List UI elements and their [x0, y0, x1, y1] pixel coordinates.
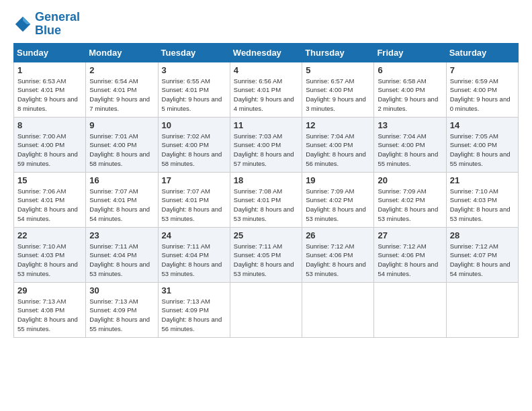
- calendar-cell: 26Sunrise: 7:12 AM Sunset: 4:06 PM Dayli…: [302, 227, 374, 282]
- day-info: Sunrise: 6:55 AM Sunset: 4:01 PM Dayligh…: [162, 77, 226, 113]
- weekday-header-row: SundayMondayTuesdayWednesdayThursdayFrid…: [14, 43, 519, 62]
- day-number: 17: [162, 175, 226, 185]
- week-row-2: 8Sunrise: 7:00 AM Sunset: 4:00 PM Daylig…: [14, 117, 519, 172]
- calendar-cell: 10Sunrise: 7:02 AM Sunset: 4:00 PM Dayli…: [158, 117, 230, 172]
- calendar-cell: 25Sunrise: 7:11 AM Sunset: 4:05 PM Dayli…: [230, 227, 302, 282]
- day-info: Sunrise: 7:08 AM Sunset: 4:01 PM Dayligh…: [234, 187, 298, 224]
- day-info: Sunrise: 7:04 AM Sunset: 4:00 PM Dayligh…: [306, 132, 370, 169]
- weekday-header-wednesday: Wednesday: [230, 43, 302, 62]
- day-number: 11: [234, 120, 298, 130]
- day-number: 22: [17, 230, 82, 240]
- week-row-5: 29Sunrise: 7:13 AM Sunset: 4:08 PM Dayli…: [14, 282, 519, 337]
- day-info: Sunrise: 7:11 AM Sunset: 4:04 PM Dayligh…: [162, 242, 226, 279]
- page-container: General Blue SundayMondayTuesdayWednesda…: [0, 0, 532, 345]
- day-number: 30: [89, 285, 154, 295]
- calendar-cell: 13Sunrise: 7:04 AM Sunset: 4:00 PM Dayli…: [374, 117, 446, 172]
- day-number: 15: [17, 175, 82, 185]
- calendar-cell: 3Sunrise: 6:55 AM Sunset: 4:01 PM Daylig…: [158, 62, 230, 117]
- day-number: 8: [17, 120, 82, 130]
- day-number: 24: [162, 230, 226, 240]
- day-number: 18: [234, 175, 298, 185]
- day-number: 20: [378, 175, 442, 185]
- calendar-cell: 31Sunrise: 7:13 AM Sunset: 4:09 PM Dayli…: [158, 282, 230, 337]
- calendar-cell: 8Sunrise: 7:00 AM Sunset: 4:00 PM Daylig…: [14, 117, 86, 172]
- day-number: 14: [450, 120, 515, 130]
- calendar-cell: 28Sunrise: 7:12 AM Sunset: 4:07 PM Dayli…: [446, 227, 518, 282]
- day-info: Sunrise: 6:58 AM Sunset: 4:00 PM Dayligh…: [378, 77, 442, 113]
- day-number: 31: [162, 285, 226, 295]
- calendar-cell: 7Sunrise: 6:59 AM Sunset: 4:00 PM Daylig…: [446, 62, 518, 117]
- calendar-table: SundayMondayTuesdayWednesdayThursdayFrid…: [13, 43, 519, 338]
- day-info: Sunrise: 7:11 AM Sunset: 4:05 PM Dayligh…: [234, 242, 298, 279]
- calendar-cell: 24Sunrise: 7:11 AM Sunset: 4:04 PM Dayli…: [158, 227, 230, 282]
- calendar-cell: [230, 282, 302, 337]
- weekday-header-monday: Monday: [86, 43, 158, 62]
- day-info: Sunrise: 7:07 AM Sunset: 4:01 PM Dayligh…: [89, 187, 154, 224]
- day-info: Sunrise: 7:13 AM Sunset: 4:08 PM Dayligh…: [17, 297, 82, 334]
- day-number: 28: [450, 230, 515, 240]
- day-number: 3: [162, 65, 226, 75]
- calendar-cell: 21Sunrise: 7:10 AM Sunset: 4:03 PM Dayli…: [446, 172, 518, 227]
- day-info: Sunrise: 7:00 AM Sunset: 4:00 PM Dayligh…: [17, 132, 82, 169]
- day-info: Sunrise: 7:11 AM Sunset: 4:04 PM Dayligh…: [89, 242, 154, 279]
- day-number: 12: [306, 120, 370, 130]
- day-number: 23: [89, 230, 154, 240]
- week-row-3: 15Sunrise: 7:06 AM Sunset: 4:01 PM Dayli…: [14, 172, 519, 227]
- weekday-header-friday: Friday: [374, 43, 446, 62]
- calendar-cell: 12Sunrise: 7:04 AM Sunset: 4:00 PM Dayli…: [302, 117, 374, 172]
- calendar-cell: 29Sunrise: 7:13 AM Sunset: 4:08 PM Dayli…: [14, 282, 86, 337]
- weekday-header-thursday: Thursday: [302, 43, 374, 62]
- logo-text: General Blue: [35, 11, 80, 38]
- day-number: 13: [378, 120, 442, 130]
- calendar-cell: 22Sunrise: 7:10 AM Sunset: 4:03 PM Dayli…: [14, 227, 86, 282]
- calendar-cell: 14Sunrise: 7:05 AM Sunset: 4:00 PM Dayli…: [446, 117, 518, 172]
- day-number: 2: [89, 65, 154, 75]
- calendar-cell: 4Sunrise: 6:56 AM Sunset: 4:01 PM Daylig…: [230, 62, 302, 117]
- calendar-cell: 19Sunrise: 7:09 AM Sunset: 4:02 PM Dayli…: [302, 172, 374, 227]
- day-number: 25: [234, 230, 298, 240]
- day-info: Sunrise: 7:12 AM Sunset: 4:07 PM Dayligh…: [450, 242, 515, 279]
- day-info: Sunrise: 6:57 AM Sunset: 4:00 PM Dayligh…: [306, 77, 370, 113]
- calendar-cell: 16Sunrise: 7:07 AM Sunset: 4:01 PM Dayli…: [86, 172, 158, 227]
- day-number: 26: [306, 230, 370, 240]
- weekday-header-saturday: Saturday: [446, 43, 518, 62]
- calendar-cell: [446, 282, 518, 337]
- logo: General Blue: [13, 11, 80, 38]
- day-info: Sunrise: 6:53 AM Sunset: 4:01 PM Dayligh…: [17, 77, 82, 113]
- day-info: Sunrise: 7:02 AM Sunset: 4:00 PM Dayligh…: [162, 132, 226, 169]
- calendar-cell: 6Sunrise: 6:58 AM Sunset: 4:00 PM Daylig…: [374, 62, 446, 117]
- day-info: Sunrise: 7:03 AM Sunset: 4:00 PM Dayligh…: [234, 132, 298, 169]
- day-info: Sunrise: 7:06 AM Sunset: 4:01 PM Dayligh…: [17, 187, 82, 224]
- calendar-cell: 23Sunrise: 7:11 AM Sunset: 4:04 PM Dayli…: [86, 227, 158, 282]
- week-row-1: 1Sunrise: 6:53 AM Sunset: 4:01 PM Daylig…: [14, 62, 519, 117]
- day-number: 10: [162, 120, 226, 130]
- day-info: Sunrise: 6:56 AM Sunset: 4:01 PM Dayligh…: [234, 77, 298, 113]
- calendar-cell: [302, 282, 374, 337]
- day-info: Sunrise: 7:12 AM Sunset: 4:06 PM Dayligh…: [378, 242, 442, 279]
- day-number: 4: [234, 65, 298, 75]
- weekday-header-tuesday: Tuesday: [158, 43, 230, 62]
- calendar-cell: 5Sunrise: 6:57 AM Sunset: 4:00 PM Daylig…: [302, 62, 374, 117]
- day-info: Sunrise: 6:54 AM Sunset: 4:01 PM Dayligh…: [89, 77, 154, 113]
- day-number: 19: [306, 175, 370, 185]
- week-row-4: 22Sunrise: 7:10 AM Sunset: 4:03 PM Dayli…: [14, 227, 519, 282]
- day-number: 6: [378, 65, 442, 75]
- calendar-cell: 30Sunrise: 7:13 AM Sunset: 4:09 PM Dayli…: [86, 282, 158, 337]
- calendar-cell: 18Sunrise: 7:08 AM Sunset: 4:01 PM Dayli…: [230, 172, 302, 227]
- day-info: Sunrise: 7:12 AM Sunset: 4:06 PM Dayligh…: [306, 242, 370, 279]
- day-number: 5: [306, 65, 370, 75]
- weekday-header-sunday: Sunday: [14, 43, 86, 62]
- day-number: 7: [450, 65, 515, 75]
- calendar-cell: 27Sunrise: 7:12 AM Sunset: 4:06 PM Dayli…: [374, 227, 446, 282]
- logo-icon: [13, 15, 32, 34]
- day-number: 1: [17, 65, 82, 75]
- day-info: Sunrise: 7:09 AM Sunset: 4:02 PM Dayligh…: [306, 187, 370, 224]
- calendar-cell: 1Sunrise: 6:53 AM Sunset: 4:01 PM Daylig…: [14, 62, 86, 117]
- day-info: Sunrise: 7:13 AM Sunset: 4:09 PM Dayligh…: [162, 297, 226, 334]
- calendar-cell: 9Sunrise: 7:01 AM Sunset: 4:00 PM Daylig…: [86, 117, 158, 172]
- day-info: Sunrise: 7:04 AM Sunset: 4:00 PM Dayligh…: [378, 132, 442, 169]
- day-number: 29: [17, 285, 82, 295]
- calendar-cell: 15Sunrise: 7:06 AM Sunset: 4:01 PM Dayli…: [14, 172, 86, 227]
- calendar-cell: [374, 282, 446, 337]
- calendar-cell: 2Sunrise: 6:54 AM Sunset: 4:01 PM Daylig…: [86, 62, 158, 117]
